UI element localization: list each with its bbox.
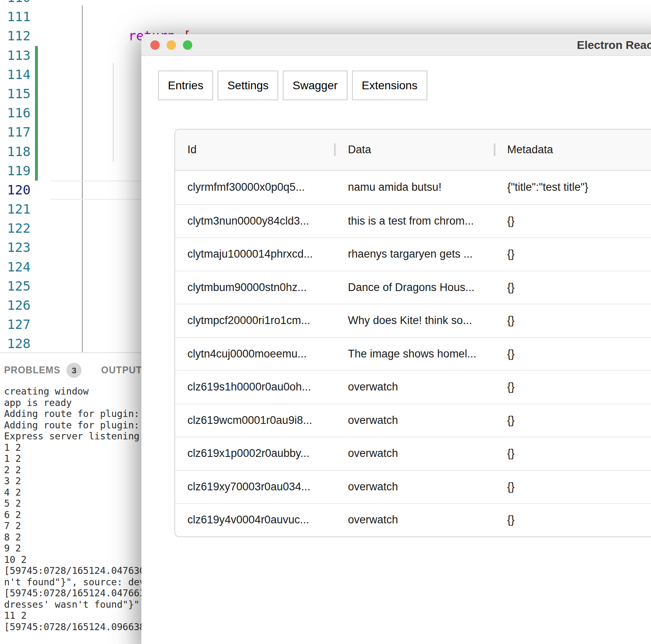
column-header-metadata: Metadata [494,143,651,156]
cell-metadata: {} [494,348,651,360]
gutter-change-indicator [31,0,50,7]
cell-metadata: {} [494,248,651,260]
line-number: 112 [0,26,31,46]
line-number: 128 [0,334,31,352]
line-number: 110 [0,0,31,7]
cell-data: overwatch [334,481,494,493]
gutter-change-indicator [31,7,50,26]
gutter-change-indicator [31,46,50,65]
gutter-change-indicator [31,26,50,46]
cell-id: clz619xy70003r0au034... [175,481,334,493]
cell-data: Why does Kite! think so... [334,314,494,327]
gutter-change-indicator [31,142,50,161]
table-row[interactable]: clz619y4v0004r0auvuc... overwatch {} [175,503,651,536]
code-line: 111 { [0,7,651,26]
line-number: 124 [0,258,31,277]
line-number: 122 [0,219,31,238]
cell-id: clz619s1h0000r0au0oh... [175,381,334,393]
code-text: return [ [50,0,651,7]
cell-metadata: {} [494,314,651,327]
gutter-change-indicator [31,219,50,238]
table-row[interactable]: clz619x1p0002r0aubby... overwatch {} [175,437,651,470]
window-title: Electron React [577,34,651,56]
traffic-lights [150,40,192,50]
cell-id: clytmaju1000014phrxcd... [175,248,334,260]
panel-tab-problems-label: PROBLEMS [4,365,60,376]
gutter-change-indicator [31,181,50,200]
gutter-change-indicator [31,161,50,181]
app-tab[interactable]: Entries [158,71,213,100]
line-number: 118 [0,142,31,161]
cell-id: clz619y4v0004r0auvuc... [175,514,334,526]
cell-id: clz619wcm0001r0au9i8... [175,414,334,427]
table-row[interactable]: clz619wcm0001r0au9i8... overwatch {} [175,404,651,437]
cell-id: clytmpcf20000ri1ro1cm... [175,314,334,327]
cell-id: clyrmfmf30000x0p0q5... [175,181,334,194]
app-tab[interactable]: Settings [218,71,278,100]
line-number: 114 [0,65,31,84]
line-number: 121 [0,200,31,219]
panel-tab-output[interactable]: OUTPUT [101,365,142,376]
line-number: 111 [0,7,31,26]
close-button[interactable] [150,40,160,50]
line-number: 117 [0,123,31,142]
app-tab[interactable]: Swagger [283,71,347,100]
entries-table: Id Data Metadata clyrmfmf30000x0p0q5... … [174,129,651,537]
cell-id: clytn4cuj0000moeemu... [175,348,334,360]
column-header-data: Data [334,143,494,156]
window-titlebar[interactable]: Electron React [141,34,651,56]
cell-id: clz619x1p0002r0aubby... [175,447,334,460]
gutter-change-indicator [31,65,50,84]
cell-metadata: {} [494,215,651,227]
line-number: 123 [0,238,31,257]
cell-data: Dance of Dragons Hous... [334,281,494,294]
table-row[interactable]: clytmbum90000stn0hz... Dance of Dragons … [175,271,651,304]
cell-metadata: {} [494,381,651,393]
gutter-change-indicator [31,277,50,296]
table-row[interactable]: clytmpcf20000ri1ro1cm... Why does Kite! … [175,304,651,337]
problems-count-badge: 3 [66,363,81,378]
gutter-change-indicator [31,84,50,104]
panel-tab-problems[interactable]: PROBLEMS 3 [4,363,81,378]
zoom-button[interactable] [183,40,192,50]
cell-id: clytmbum90000stn0hz... [175,281,334,294]
cell-metadata: {} [494,514,651,526]
electron-app-window: Electron React EntriesSettingsSwaggerExt… [141,34,651,644]
line-number: 127 [0,315,31,334]
line-number: 115 [0,84,31,104]
line-number: 120 [0,181,31,200]
line-number: 116 [0,104,31,123]
gutter-change-indicator [31,296,50,315]
gutter-change-indicator [31,104,50,123]
line-number: 119 [0,161,31,181]
gutter-change-indicator [31,200,50,219]
table-row[interactable]: clytmaju1000014phrxcd... rhaenys targary… [175,237,651,271]
cell-metadata: {} [494,447,651,460]
table-row[interactable]: clyrmfmf30000x0p0q5... namu amida butsu!… [175,171,651,204]
cell-metadata: {} [494,414,651,427]
cell-data: overwatch [334,514,494,526]
cell-data: rhaenys targaryen gets ... [334,248,494,260]
gutter-change-indicator [31,334,50,352]
cell-data: overwatch [334,447,494,460]
gutter-change-indicator [31,258,50,277]
table-body: clyrmfmf30000x0p0q5... namu amida butsu!… [175,171,651,536]
gutter-change-indicator [31,238,50,257]
table-row[interactable]: clz619xy70003r0au034... overwatch {} [175,470,651,503]
line-number: 125 [0,277,31,296]
table-header-row: Id Data Metadata [175,130,651,171]
app-tab[interactable]: Extensions [352,71,427,100]
cell-data: overwatch [334,381,494,393]
cell-id: clytm3nun0000y84cld3... [175,215,334,227]
table-row[interactable]: clz619s1h0000r0au0oh... overwatch {} [175,370,651,404]
column-header-id: Id [175,143,334,156]
cell-metadata: {"title":"test title"} [494,181,651,194]
minimize-button[interactable] [167,40,176,50]
cell-data: The image shows homel... [334,348,494,360]
table-row[interactable]: clytm3nun0000y84cld3... this is a test f… [175,204,651,238]
table-row[interactable]: clytn4cuj0000moeemu... The image shows h… [175,337,651,371]
cell-metadata: {} [494,281,651,294]
line-number: 113 [0,46,31,65]
cell-data: overwatch [334,414,494,427]
app-tab-bar: EntriesSettingsSwaggerExtensions [158,71,651,100]
